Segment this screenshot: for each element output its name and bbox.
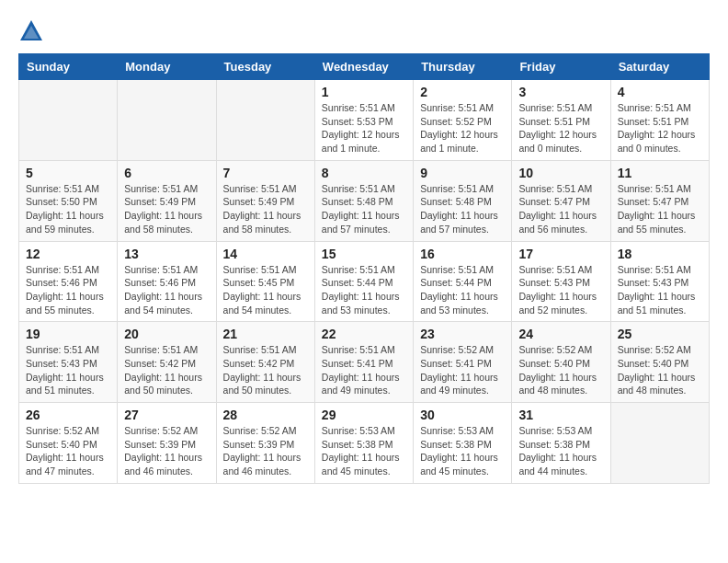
day-number: 9 xyxy=(420,166,505,180)
calendar-cell xyxy=(118,80,216,161)
calendar-cell: 15Sunrise: 5:51 AMSunset: 5:44 PMDayligh… xyxy=(314,241,413,322)
cell-content: Sunrise: 5:52 AMSunset: 5:39 PMDaylight:… xyxy=(124,424,209,478)
day-number: 26 xyxy=(26,408,110,422)
cell-content: Sunrise: 5:51 AMSunset: 5:53 PMDaylight:… xyxy=(322,101,406,155)
day-number: 14 xyxy=(223,247,308,261)
day-number: 4 xyxy=(618,85,702,99)
calendar-cell: 5Sunrise: 5:51 AMSunset: 5:50 PMDaylight… xyxy=(19,160,118,241)
calendar-cell: 4Sunrise: 5:51 AMSunset: 5:51 PMDaylight… xyxy=(610,80,709,161)
cell-content: Sunrise: 5:51 AMSunset: 5:52 PMDaylight:… xyxy=(420,101,505,155)
day-number: 6 xyxy=(124,166,209,180)
day-number: 15 xyxy=(322,247,406,261)
cell-content: Sunrise: 5:51 AMSunset: 5:51 PMDaylight:… xyxy=(618,101,702,155)
calendar-cell: 19Sunrise: 5:51 AMSunset: 5:43 PMDayligh… xyxy=(19,322,118,403)
calendar-cell xyxy=(610,403,709,484)
cell-content: Sunrise: 5:53 AMSunset: 5:38 PMDaylight:… xyxy=(420,424,505,478)
calendar-cell: 21Sunrise: 5:51 AMSunset: 5:42 PMDayligh… xyxy=(216,322,314,403)
calendar-cell: 3Sunrise: 5:51 AMSunset: 5:51 PMDaylight… xyxy=(512,80,610,161)
cell-content: Sunrise: 5:51 AMSunset: 5:49 PMDaylight:… xyxy=(223,182,308,236)
cell-content: Sunrise: 5:51 AMSunset: 5:48 PMDaylight:… xyxy=(322,182,406,236)
day-number: 18 xyxy=(618,247,702,261)
day-header-saturday: Saturday xyxy=(610,54,709,80)
day-number: 16 xyxy=(420,247,505,261)
calendar-cell: 24Sunrise: 5:52 AMSunset: 5:40 PMDayligh… xyxy=(512,322,610,403)
day-number: 3 xyxy=(518,85,603,99)
day-number: 24 xyxy=(518,327,603,341)
day-number: 17 xyxy=(518,247,603,261)
day-number: 8 xyxy=(322,166,406,180)
cell-content: Sunrise: 5:51 AMSunset: 5:42 PMDaylight:… xyxy=(124,343,209,397)
calendar-cell: 12Sunrise: 5:51 AMSunset: 5:46 PMDayligh… xyxy=(19,241,118,322)
cell-content: Sunrise: 5:51 AMSunset: 5:42 PMDaylight:… xyxy=(223,343,308,397)
calendar-cell: 16Sunrise: 5:51 AMSunset: 5:44 PMDayligh… xyxy=(414,241,512,322)
day-header-thursday: Thursday xyxy=(414,54,512,80)
cell-content: Sunrise: 5:51 AMSunset: 5:44 PMDaylight:… xyxy=(322,263,406,317)
calendar-cell: 26Sunrise: 5:52 AMSunset: 5:40 PMDayligh… xyxy=(19,403,118,484)
day-number: 30 xyxy=(420,408,505,422)
day-number: 29 xyxy=(322,408,406,422)
calendar-cell xyxy=(19,80,118,161)
cell-content: Sunrise: 5:51 AMSunset: 5:44 PMDaylight:… xyxy=(420,263,505,317)
cell-content: Sunrise: 5:51 AMSunset: 5:43 PMDaylight:… xyxy=(618,263,702,317)
day-number: 31 xyxy=(518,408,603,422)
day-number: 23 xyxy=(420,327,505,341)
cell-content: Sunrise: 5:52 AMSunset: 5:39 PMDaylight:… xyxy=(223,424,308,478)
day-number: 22 xyxy=(322,327,406,341)
cell-content: Sunrise: 5:51 AMSunset: 5:51 PMDaylight:… xyxy=(518,101,603,155)
calendar-cell: 7Sunrise: 5:51 AMSunset: 5:49 PMDaylight… xyxy=(216,160,314,241)
cell-content: Sunrise: 5:53 AMSunset: 5:38 PMDaylight:… xyxy=(518,424,603,478)
cell-content: Sunrise: 5:51 AMSunset: 5:47 PMDaylight:… xyxy=(618,182,702,236)
cell-content: Sunrise: 5:51 AMSunset: 5:41 PMDaylight:… xyxy=(322,343,406,397)
day-header-sunday: Sunday xyxy=(19,54,118,80)
calendar-cell: 23Sunrise: 5:52 AMSunset: 5:41 PMDayligh… xyxy=(414,322,512,403)
cell-content: Sunrise: 5:52 AMSunset: 5:40 PMDaylight:… xyxy=(26,424,110,478)
calendar-cell: 27Sunrise: 5:52 AMSunset: 5:39 PMDayligh… xyxy=(118,403,216,484)
day-number: 21 xyxy=(223,327,308,341)
calendar-table: SundayMondayTuesdayWednesdayThursdayFrid… xyxy=(18,53,710,484)
day-header-wednesday: Wednesday xyxy=(314,54,413,80)
cell-content: Sunrise: 5:51 AMSunset: 5:43 PMDaylight:… xyxy=(26,343,110,397)
calendar-cell: 9Sunrise: 5:51 AMSunset: 5:48 PMDaylight… xyxy=(414,160,512,241)
calendar-cell: 22Sunrise: 5:51 AMSunset: 5:41 PMDayligh… xyxy=(314,322,413,403)
day-header-monday: Monday xyxy=(118,54,216,80)
calendar-cell: 10Sunrise: 5:51 AMSunset: 5:47 PMDayligh… xyxy=(512,160,610,241)
cell-content: Sunrise: 5:51 AMSunset: 5:46 PMDaylight:… xyxy=(26,263,110,317)
calendar-cell: 2Sunrise: 5:51 AMSunset: 5:52 PMDaylight… xyxy=(414,80,512,161)
calendar-cell xyxy=(216,80,314,161)
day-number: 7 xyxy=(223,166,308,180)
calendar-cell: 30Sunrise: 5:53 AMSunset: 5:38 PMDayligh… xyxy=(414,403,512,484)
cell-content: Sunrise: 5:51 AMSunset: 5:49 PMDaylight:… xyxy=(124,182,209,236)
logo-icon xyxy=(18,18,44,44)
cell-content: Sunrise: 5:52 AMSunset: 5:40 PMDaylight:… xyxy=(518,343,603,397)
day-number: 12 xyxy=(26,247,110,261)
calendar-week-2: 5Sunrise: 5:51 AMSunset: 5:50 PMDaylight… xyxy=(19,160,710,241)
cell-content: Sunrise: 5:51 AMSunset: 5:50 PMDaylight:… xyxy=(26,182,110,236)
cell-content: Sunrise: 5:51 AMSunset: 5:46 PMDaylight:… xyxy=(124,263,209,317)
day-number: 13 xyxy=(124,247,209,261)
calendar-cell: 8Sunrise: 5:51 AMSunset: 5:48 PMDaylight… xyxy=(314,160,413,241)
calendar-cell: 11Sunrise: 5:51 AMSunset: 5:47 PMDayligh… xyxy=(610,160,709,241)
day-number: 1 xyxy=(322,85,406,99)
cell-content: Sunrise: 5:51 AMSunset: 5:48 PMDaylight:… xyxy=(420,182,505,236)
cell-content: Sunrise: 5:51 AMSunset: 5:47 PMDaylight:… xyxy=(518,182,603,236)
cell-content: Sunrise: 5:52 AMSunset: 5:41 PMDaylight:… xyxy=(420,343,505,397)
day-number: 19 xyxy=(26,327,110,341)
day-header-friday: Friday xyxy=(512,54,610,80)
day-number: 5 xyxy=(26,166,110,180)
day-number: 20 xyxy=(124,327,209,341)
day-number: 27 xyxy=(124,408,209,422)
calendar-week-5: 26Sunrise: 5:52 AMSunset: 5:40 PMDayligh… xyxy=(19,403,710,484)
calendar-week-3: 12Sunrise: 5:51 AMSunset: 5:46 PMDayligh… xyxy=(19,241,710,322)
calendar-cell: 28Sunrise: 5:52 AMSunset: 5:39 PMDayligh… xyxy=(216,403,314,484)
calendar-week-4: 19Sunrise: 5:51 AMSunset: 5:43 PMDayligh… xyxy=(19,322,710,403)
day-number: 25 xyxy=(618,327,702,341)
day-number: 28 xyxy=(223,408,308,422)
logo xyxy=(18,18,50,44)
cell-content: Sunrise: 5:51 AMSunset: 5:43 PMDaylight:… xyxy=(518,263,603,317)
page-header xyxy=(18,18,710,44)
day-number: 10 xyxy=(518,166,603,180)
day-number: 2 xyxy=(420,85,505,99)
day-number: 11 xyxy=(618,166,702,180)
calendar-cell: 6Sunrise: 5:51 AMSunset: 5:49 PMDaylight… xyxy=(118,160,216,241)
cell-content: Sunrise: 5:52 AMSunset: 5:40 PMDaylight:… xyxy=(618,343,702,397)
